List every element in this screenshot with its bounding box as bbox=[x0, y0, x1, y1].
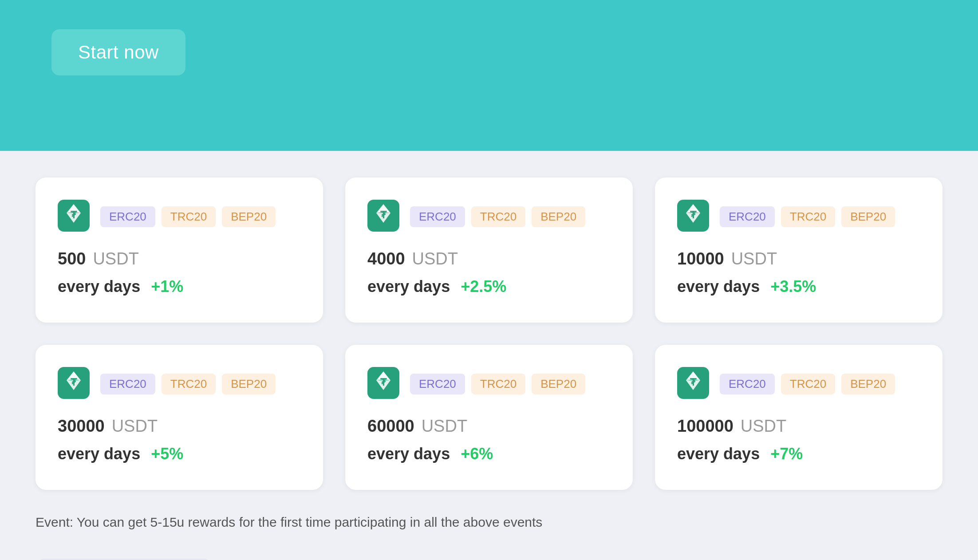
tether-icon-0: ₮ bbox=[58, 200, 90, 233]
svg-text:₮: ₮ bbox=[380, 377, 387, 388]
svg-text:₮: ₮ bbox=[71, 377, 77, 388]
rate-label-4: every days bbox=[367, 445, 450, 463]
card-header-2: ₮ ERC20TRC20BEP20 bbox=[677, 200, 920, 233]
tether-icon-1: ₮ bbox=[367, 200, 399, 233]
tether-icon-4: ₮ bbox=[367, 367, 399, 401]
main-section: ₮ ERC20TRC20BEP20 500 USDT every days +1… bbox=[0, 151, 978, 560]
badge-trc20-4: TRC20 bbox=[471, 374, 525, 394]
card-header-0: ₮ ERC20TRC20BEP20 bbox=[58, 200, 301, 233]
tether-icon-2: ₮ bbox=[677, 200, 709, 233]
amount-currency-3: USDT bbox=[112, 417, 158, 436]
rate-value-2: +3.5% bbox=[770, 277, 816, 296]
contract-card-5[interactable]: ₮ ERC20TRC20BEP20 100000 USDT every days… bbox=[655, 345, 943, 490]
amount-number-5: 100000 bbox=[677, 417, 734, 436]
amount-number-0: 500 bbox=[58, 249, 86, 268]
badge-bep20-0: BEP20 bbox=[222, 206, 276, 227]
card-header-5: ₮ ERC20TRC20BEP20 bbox=[677, 367, 920, 401]
badge-trc20-2: TRC20 bbox=[781, 206, 835, 227]
badge-trc20-5: TRC20 bbox=[781, 374, 835, 394]
svg-text:₮: ₮ bbox=[380, 209, 387, 221]
rate-label-2: every days bbox=[677, 277, 760, 296]
contract-card-4[interactable]: ₮ ERC20TRC20BEP20 60000 USDT every days … bbox=[345, 345, 633, 490]
card-rate-4: every days +6% bbox=[367, 445, 611, 463]
card-header-1: ₮ ERC20TRC20BEP20 bbox=[367, 200, 611, 233]
top-section: Start now bbox=[0, 0, 978, 151]
tether-icon-3: ₮ bbox=[58, 367, 90, 401]
card-amount-2: 10000 USDT bbox=[677, 249, 920, 268]
rate-value-3: +5% bbox=[151, 445, 183, 463]
amount-currency-2: USDT bbox=[731, 249, 777, 268]
rate-value-0: +1% bbox=[151, 277, 183, 296]
amount-number-4: 60000 bbox=[367, 417, 414, 436]
badge-bep20-3: BEP20 bbox=[222, 374, 276, 394]
badge-erc20-3: ERC20 bbox=[100, 374, 155, 394]
card-header-4: ₮ ERC20TRC20BEP20 bbox=[367, 367, 611, 401]
cards-grid: ₮ ERC20TRC20BEP20 500 USDT every days +1… bbox=[35, 177, 943, 490]
card-rate-5: every days +7% bbox=[677, 445, 920, 463]
tether-icon-5: ₮ bbox=[677, 367, 709, 401]
card-rate-0: every days +1% bbox=[58, 277, 301, 296]
badges-3: ERC20TRC20BEP20 bbox=[100, 374, 276, 394]
contract-card-0[interactable]: ₮ ERC20TRC20BEP20 500 USDT every days +1… bbox=[35, 177, 323, 323]
card-amount-0: 500 USDT bbox=[58, 249, 301, 268]
contract-card-3[interactable]: ₮ ERC20TRC20BEP20 30000 USDT every days … bbox=[35, 345, 323, 490]
amount-currency-4: USDT bbox=[422, 417, 467, 436]
badge-trc20-1: TRC20 bbox=[471, 206, 525, 227]
amount-currency-5: USDT bbox=[741, 417, 786, 436]
svg-text:₮: ₮ bbox=[71, 209, 77, 221]
badge-erc20-1: ERC20 bbox=[410, 206, 465, 227]
amount-number-3: 30000 bbox=[58, 417, 105, 436]
contract-card-2[interactable]: ₮ ERC20TRC20BEP20 10000 USDT every days … bbox=[655, 177, 943, 323]
badge-bep20-5: BEP20 bbox=[841, 374, 895, 394]
badge-trc20-3: TRC20 bbox=[162, 374, 216, 394]
event-text: Event: You can get 5-15u rewards for the… bbox=[35, 512, 943, 532]
rate-label-5: every days bbox=[677, 445, 760, 463]
rate-label-3: every days bbox=[58, 445, 140, 463]
svg-text:₮: ₮ bbox=[690, 209, 697, 221]
amount-number-2: 10000 bbox=[677, 249, 724, 268]
contract-card-1[interactable]: ₮ ERC20TRC20BEP20 4000 USDT every days +… bbox=[345, 177, 633, 323]
rate-value-1: +2.5% bbox=[461, 277, 506, 296]
badges-1: ERC20TRC20BEP20 bbox=[410, 206, 585, 227]
card-rate-1: every days +2.5% bbox=[367, 277, 611, 296]
card-rate-2: every days +3.5% bbox=[677, 277, 920, 296]
badge-erc20-4: ERC20 bbox=[410, 374, 465, 394]
badge-erc20-5: ERC20 bbox=[720, 374, 775, 394]
card-amount-3: 30000 USDT bbox=[58, 417, 301, 436]
badge-erc20-0: ERC20 bbox=[100, 206, 155, 227]
badges-4: ERC20TRC20BEP20 bbox=[410, 374, 585, 394]
badge-bep20-2: BEP20 bbox=[841, 206, 895, 227]
card-header-3: ₮ ERC20TRC20BEP20 bbox=[58, 367, 301, 401]
start-now-button[interactable]: Start now bbox=[51, 29, 185, 75]
badge-erc20-2: ERC20 bbox=[720, 206, 775, 227]
badge-bep20-1: BEP20 bbox=[532, 206, 585, 227]
card-rate-3: every days +5% bbox=[58, 445, 301, 463]
rate-label-1: every days bbox=[367, 277, 450, 296]
amount-currency-0: USDT bbox=[93, 249, 138, 268]
badges-5: ERC20TRC20BEP20 bbox=[720, 374, 895, 394]
rate-value-4: +6% bbox=[461, 445, 493, 463]
badges-2: ERC20TRC20BEP20 bbox=[720, 206, 895, 227]
amount-number-1: 4000 bbox=[367, 249, 405, 268]
card-amount-1: 4000 USDT bbox=[367, 249, 611, 268]
rate-value-5: +7% bbox=[770, 445, 803, 463]
amount-currency-1: USDT bbox=[412, 249, 458, 268]
badge-bep20-4: BEP20 bbox=[532, 374, 585, 394]
rate-label-0: every days bbox=[58, 277, 140, 296]
card-amount-5: 100000 USDT bbox=[677, 417, 920, 436]
card-amount-4: 60000 USDT bbox=[367, 417, 611, 436]
badges-0: ERC20TRC20BEP20 bbox=[100, 206, 276, 227]
svg-text:₮: ₮ bbox=[690, 377, 697, 388]
badge-trc20-0: TRC20 bbox=[162, 206, 216, 227]
